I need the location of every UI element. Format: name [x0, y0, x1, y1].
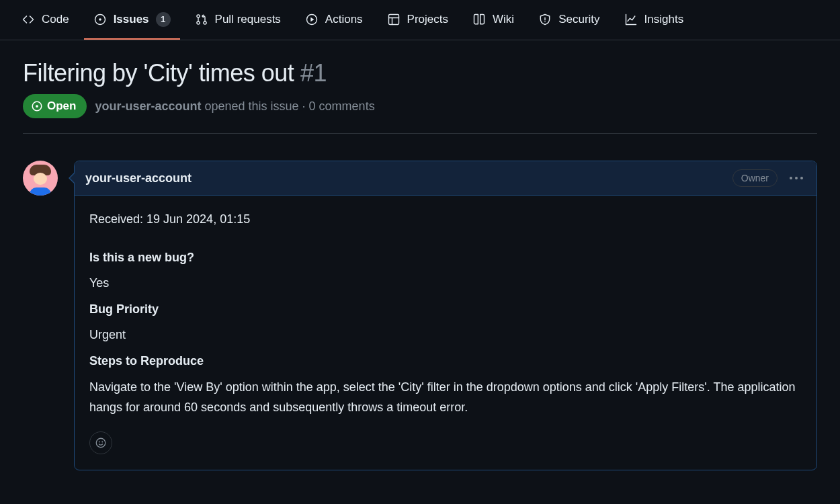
issue-subheader: Open your-user-account opened this issue… — [23, 94, 817, 134]
nav-tab-label: Pull requests — [215, 13, 281, 25]
comment-body: Received: 19 Jun 2024, 01:15 Is this a n… — [75, 196, 816, 470]
book-icon — [472, 13, 486, 26]
issue-title-text: Filtering by 'City' times out — [23, 59, 294, 87]
shield-icon — [538, 13, 552, 26]
author-role-badge: Owner — [732, 169, 778, 187]
nav-tab-label: Insights — [644, 13, 684, 25]
nav-tab-wiki[interactable]: Wiki — [463, 0, 523, 40]
git-pull-request-icon — [195, 13, 208, 26]
nav-tab-code[interactable]: Code — [12, 0, 79, 40]
nav-tab-label: Wiki — [493, 13, 514, 25]
nav-tab-label: Code — [42, 13, 69, 25]
project-icon — [387, 13, 401, 26]
comment-card: your-user-account Owner Received: 19 Jun… — [74, 161, 817, 470]
issue-opened-icon — [93, 13, 107, 26]
comment-header: your-user-account Owner — [75, 161, 816, 196]
nav-tab-issues[interactable]: Issues 1 — [84, 0, 180, 40]
code-icon — [22, 13, 35, 26]
issue-state-text: Open — [47, 99, 76, 113]
repo-nav: Code Issues 1 Pull requests Actions Proj… — [0, 0, 840, 40]
svg-point-12 — [101, 441, 103, 442]
nav-tab-label: Projects — [407, 13, 448, 25]
field-value: Yes — [89, 273, 802, 294]
nav-tab-projects[interactable]: Projects — [378, 0, 458, 40]
avatar[interactable] — [23, 161, 58, 196]
comment-author-link[interactable]: your-user-account — [85, 171, 192, 185]
issue-container: Filtering by 'City' times out #1 Open yo… — [0, 40, 840, 504]
nav-tab-actions[interactable]: Actions — [296, 0, 372, 40]
nav-tab-label: Security — [558, 13, 599, 25]
nav-tab-security[interactable]: Security — [529, 0, 609, 40]
issue-opened-text: opened this issue · 0 comments — [205, 99, 375, 113]
nav-tab-label: Actions — [325, 13, 363, 25]
field-label: Bug Priority — [89, 302, 159, 316]
comment-actions-menu[interactable] — [787, 174, 806, 182]
svg-point-1 — [99, 18, 101, 21]
issue-opened-icon — [31, 100, 43, 112]
svg-point-11 — [99, 441, 100, 442]
issue-author-link[interactable]: your-user-account — [95, 99, 201, 113]
play-circle-icon — [305, 13, 319, 26]
smiley-icon — [95, 437, 107, 449]
field-label: Is this a new bug? — [89, 251, 194, 264]
issue-number: #1 — [300, 59, 327, 87]
svg-point-10 — [96, 438, 106, 448]
nav-tab-label: Issues — [114, 13, 149, 25]
field-value: Urgent — [89, 325, 802, 345]
field-label: Steps to Reproduce — [89, 354, 204, 368]
svg-point-7 — [544, 21, 546, 22]
issue-state-badge: Open — [23, 94, 87, 118]
nav-tab-pull-requests[interactable]: Pull requests — [185, 0, 290, 40]
add-reaction-button[interactable] — [89, 431, 112, 454]
issues-count-badge: 1 — [156, 12, 171, 27]
field-value: Navigate to the 'View By' option within … — [89, 377, 802, 418]
issue-timeline: your-user-account Owner Received: 19 Jun… — [23, 161, 817, 470]
svg-point-9 — [36, 105, 38, 108]
svg-rect-6 — [388, 14, 398, 24]
received-line: Received: 19 Jun 2024, 01:15 — [89, 209, 802, 230]
issue-title: Filtering by 'City' times out #1 — [23, 59, 817, 87]
nav-tab-insights[interactable]: Insights — [615, 0, 694, 40]
graph-icon — [624, 13, 638, 26]
